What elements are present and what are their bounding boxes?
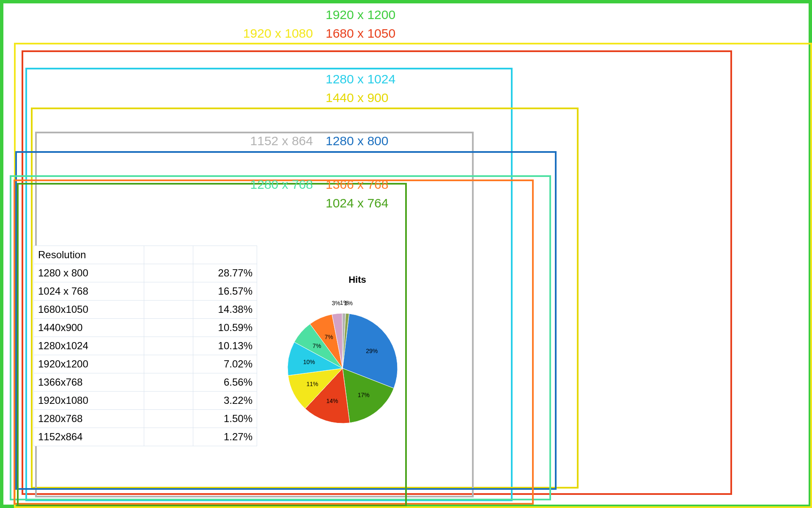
cell-resolution: 1680x1050 [34,301,144,319]
pie-slice-label: 3% [332,300,340,306]
cell-resolution: 812x508 [34,355,144,373]
cell-resolution: 1280 x 800 [34,264,144,282]
pie-slice-label: 7% [313,342,321,349]
table-row: 1024 x 76816.57% [34,282,257,301]
table-row: 1280x102410.13% [34,337,257,355]
pie-slice-label: 1% [344,300,353,306]
table-header-resolution: Resolution [34,246,144,264]
cell-percent: 28.77% [193,264,257,282]
table-header-blank [144,246,193,264]
table-row: 1280x7681.50% [34,410,257,428]
resolution-diagram: 1920 x 12001920 x 10801680 x 10501280 x … [0,0,812,508]
cell-percent: 14.38% [193,301,257,319]
pie-slice-label: 11% [306,381,318,387]
cell-blank [144,264,193,282]
pie-slice-label: 10% [303,359,315,365]
cell-blank [144,301,193,319]
resolution-label: 1024 x 764 [326,196,388,210]
table-header-blank2 [193,246,257,264]
resolution-label: 1152 x 864 [250,134,313,148]
cell-percent: 1.27% [193,428,257,446]
cell-resolution: 1366x768 [34,373,144,392]
table-row: 1440x90010.59% [34,319,257,337]
pie-slice-label: 17% [358,392,370,398]
pie-slice-label: 14% [326,398,338,404]
cell-resolution: 1440x900 [34,319,144,337]
resolution-label: 1280 x 1024 [326,72,395,86]
cell-blank [144,373,193,392]
table-row: 1920x10803.22% [34,392,257,410]
table-row: 1280 x 80028.77% [34,264,257,282]
pie-slice-label: 29% [366,348,378,354]
resolution-label: 1680 x 1050 [326,26,395,41]
resolution-table: Resolution1280 x 80028.77%1024 x 76816.5… [33,246,257,446]
cell-resolution: 1920x1080 [34,392,144,410]
cell-blank [144,392,193,410]
cell-resolution: 1152x864 [34,428,144,446]
cell-blank [144,355,193,373]
cell-blank [144,337,193,355]
pie-slice-label: 7% [324,334,333,340]
table-row: 1366x7686.56% [34,373,257,392]
cell-resolution: 1280x1024 [34,337,144,355]
resolution-label: 1280 x 800 [326,134,388,148]
cell-resolution: 1280x768 [34,410,144,428]
cell-percent: 10.13% [193,337,257,355]
resolution-label: 1440 x 900 [326,91,388,105]
resolution-label: 812 x 508 [326,8,395,22]
pie-title: Hits [348,274,366,285]
cell-percent: 1.50% [193,410,257,428]
resolution-label: 1920 x 1080 [243,26,313,41]
cell-percent: 7.02% [193,355,257,373]
cell-percent: 3.22% [193,392,257,410]
pie-chart: Hits29%17%14%11%10%7%7%3%1%1% [254,271,431,455]
cell-blank [144,282,193,301]
cell-blank [144,410,193,428]
cell-blank [144,319,193,337]
cell-resolution: 1024 x 768 [34,282,144,301]
cell-percent: 6.56% [193,373,257,392]
resolution-label: 1280 x 768 [250,177,313,192]
cell-percent: 10.59% [193,319,257,337]
table-row: 1152x8641.27% [34,428,257,446]
cell-blank [144,428,193,446]
table-row: 1920x12007.02% [34,355,257,373]
table-row: 1680x105014.38% [34,301,257,319]
resolution-label: 1366 x 768 [326,177,388,192]
cell-percent: 16.57% [193,282,257,301]
